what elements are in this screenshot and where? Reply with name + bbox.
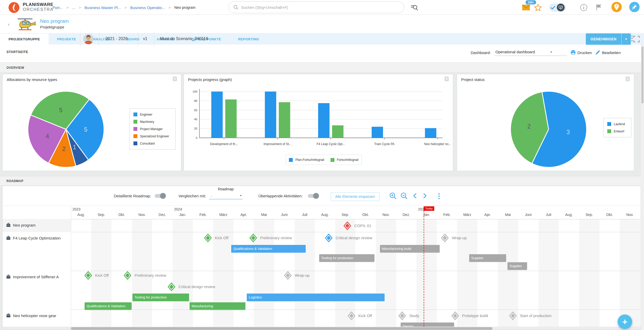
fullscreen-icon[interactable] (633, 36, 640, 42)
zoom-out-icon[interactable] (400, 192, 408, 200)
milestone-critical-design-review[interactable] (325, 234, 333, 242)
advanced-search-icon[interactable] (411, 4, 418, 11)
zoom-in-icon[interactable] (389, 192, 397, 200)
search-bar[interactable] (228, 1, 404, 13)
milestone-kick-off[interactable] (348, 311, 355, 320)
gantt-bar-tooling-for-production[interactable]: Tooling for production (319, 254, 375, 262)
gantt-row-label[interactable]: F4 Leap Cycle Optimization (3, 232, 71, 271)
program-helicopter-icon (16, 17, 37, 32)
export-excel-icon[interactable]: X (444, 76, 449, 81)
milestone-label: Kick Off (358, 313, 372, 318)
gantt-bar-qualifications-validation[interactable]: Qualifications & Validation (85, 302, 132, 310)
milestone-start-of-production[interactable] (509, 311, 517, 320)
print-button[interactable]: Drucken (571, 50, 592, 55)
horizontal-scrollbar-thumb[interactable] (71, 327, 492, 330)
section-roadmap-label: ROADMAP (6, 179, 24, 183)
milestone-kick-off[interactable] (204, 234, 212, 242)
add-button[interactable]: + (618, 314, 632, 329)
gantt-bar-tooling-for-production[interactable]: Tooling for production (132, 294, 189, 301)
bar-plan[interactable] (425, 128, 436, 138)
owner-avatar[interactable] (83, 34, 94, 44)
gantt-bar-logistics[interactable]: Logistics (247, 294, 385, 301)
validation-mode-toggle[interactable] (549, 3, 566, 12)
dashboard-select[interactable]: Operational dashboard ▾ (495, 49, 567, 56)
milestone-critical-design-review[interactable] (168, 282, 175, 291)
breadcrumb-link[interactable]: Business Operatio... (130, 5, 165, 10)
milestone-label: Wrap-up (452, 236, 467, 240)
milestone-kick-off[interactable] (84, 271, 92, 280)
gantt-bar-manufacturing-build[interactable]: Manufacturing build (380, 245, 440, 253)
scroll-left-icon[interactable] (412, 192, 420, 200)
roadmap-more-menu[interactable] (438, 193, 440, 199)
search-input[interactable] (241, 5, 399, 10)
tab-projekte[interactable]: PROJEKTE (49, 34, 85, 44)
legend-swatch (607, 122, 611, 126)
row-border (3, 271, 641, 271)
gantt-bar-supplier[interactable]: Supplier (507, 262, 527, 270)
breadcrumb-link[interactable]: Port... (53, 5, 63, 10)
bar-plan[interactable] (318, 103, 330, 138)
milestone-wrap-up[interactable] (441, 234, 449, 242)
milestone-study[interactable] (398, 311, 406, 320)
detailed-roadmap-toggle[interactable] (155, 194, 165, 198)
gantt-row-label-text: Improvement of Stiffener A (13, 275, 59, 310)
edit-dashboard-button[interactable]: Bearbeiten (595, 50, 621, 55)
fit-all-button[interactable]: Alle Elemente einpassen (331, 192, 379, 201)
export-excel-icon[interactable]: X (172, 76, 177, 81)
tab-reporting[interactable]: REPORTING (230, 34, 268, 44)
progress-legend: Plan-FortschrittsgradFortschrittsgrad (286, 155, 362, 165)
tab-bar: PROJEKTGRUPPEPROJEKTEANALYSEBOARDANHÄNGE… (0, 34, 644, 44)
breadcrumb-link[interactable]: Business Master Pl... (85, 5, 121, 10)
timeline-month-label: Juli (538, 213, 559, 217)
scroll-right-icon[interactable] (422, 192, 429, 200)
compare-with-label: Vergleichen mit: (178, 194, 206, 198)
bar-plan[interactable] (265, 92, 276, 138)
milestone-preliminary-review[interactable] (124, 271, 131, 280)
vertical-scrollbar-thumb[interactable] (641, 47, 643, 103)
overlapping-activities-toggle[interactable] (308, 194, 318, 198)
milestone-label: Wrap-up (295, 273, 310, 278)
mail-icon[interactable] (522, 4, 530, 11)
pin-icon[interactable] (629, 2, 640, 12)
gantt-row-label[interactable]: Improvement of Stiffener A (3, 271, 71, 310)
compare-with-select[interactable]: Roadmap - ▾ (209, 193, 243, 199)
gantt-row-label-text: F4 Leap Cycle Optimization (13, 236, 61, 271)
legend-item: Project Manager (133, 127, 172, 131)
approve-split-button[interactable]: GENEHMIGEN ▼ (586, 33, 631, 45)
approve-button[interactable]: GENEHMIGEN (586, 33, 621, 45)
timeline-month-label: Nov. (620, 213, 640, 217)
bar-plan[interactable] (372, 127, 383, 138)
bar-actual[interactable] (225, 99, 237, 138)
help-location-icon[interactable]: ? (611, 2, 622, 12)
milestone-preliminary-review[interactable] (249, 234, 257, 242)
milestone-copil-01[interactable] (343, 221, 351, 230)
info-icon[interactable] (580, 4, 587, 11)
gantt-bar-qualifications-validation[interactable]: Qualifications & Validation (231, 245, 306, 253)
bar-actual[interactable] (332, 125, 343, 138)
export-excel-icon[interactable]: X (625, 76, 630, 81)
gantt-bar-supplier[interactable]: Supplier (469, 254, 506, 262)
bar-actual[interactable] (279, 102, 290, 138)
favorites-star-icon[interactable] (534, 4, 542, 12)
card-status: Project status X 32 LaufendEntwurf (457, 74, 634, 171)
tab-projektgruppe[interactable]: PROJEKTGRUPPE (0, 34, 49, 44)
vertical-scrollbar[interactable] (641, 44, 644, 330)
bar-plan[interactable] (211, 92, 223, 138)
gantt-row-label[interactable]: Neo program (3, 219, 71, 232)
card-title: Allocations by resource types (7, 77, 57, 82)
flag-icon[interactable] (596, 4, 602, 11)
timeline-month-label: Nov. (132, 213, 152, 217)
breadcrumb-link[interactable]: ... (72, 5, 76, 10)
gantt-bar-manufacturing[interactable]: Manufacturing (190, 302, 245, 310)
milestone-prototype-build[interactable] (451, 311, 459, 320)
program-more-menu[interactable] (631, 35, 633, 41)
printer-icon (571, 50, 576, 55)
horizontal-scrollbar[interactable] (3, 327, 641, 330)
approve-dropdown-arrow[interactable]: ▼ (621, 33, 631, 45)
expand-chevron-icon[interactable]: › (8, 22, 9, 27)
planisware-logo-icon[interactable] (8, 2, 20, 13)
program-title[interactable]: Neo program (40, 18, 69, 24)
overlapping-activities-label: Überlappende Aktivitäten: (258, 194, 303, 198)
compare-select-label: Roadmap (209, 187, 243, 191)
milestone-wrap-up[interactable] (284, 271, 292, 280)
